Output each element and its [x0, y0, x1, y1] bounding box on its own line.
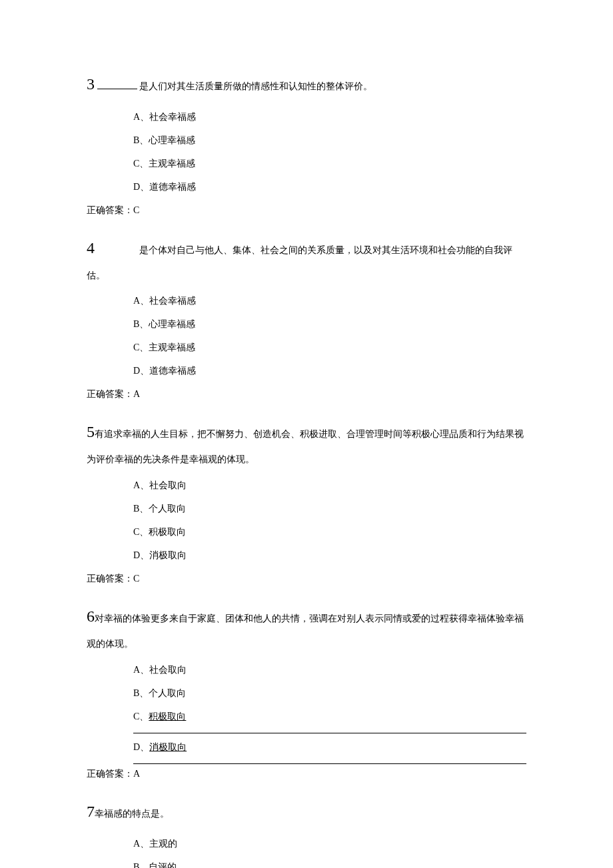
question-number: 4 [87, 239, 95, 256]
option-c: C、积极取向 [133, 709, 526, 723]
stem-text: 是个体对自己与他人、集体、社会之间的关系质量，以及对其生活环境和社会功能的自我评… [87, 245, 512, 280]
divider-line [133, 733, 526, 733]
question-stem: 5有追求幸福的人生目标，把不懈努力、创造机会、积极进取、合理管理时间等积极心理品… [87, 414, 526, 470]
question-number: 7 [87, 803, 95, 820]
options-list: A、主观的 B、自评的 C、他评的 [87, 837, 526, 868]
question-4: 4 是个体对自己与他人、集体、社会之间的关系质量，以及对其生活环境和社会功能的自… [87, 230, 526, 402]
correct-answer: 正确答案：C [87, 572, 526, 586]
option-b: B、心理幸福感 [133, 317, 526, 331]
correct-answer: 正确答案：A [87, 767, 526, 781]
question-6: 6对幸福的体验更多来自于家庭、团体和他人的共情，强调在对别人表示同情或爱的过程获… [87, 599, 526, 781]
option-a: A、主观的 [133, 837, 526, 851]
option-d: D、道德幸福感 [133, 180, 526, 194]
question-number: 5 [87, 423, 95, 440]
option-a: A、社会幸福感 [133, 110, 526, 124]
question-number: 3 [87, 75, 95, 93]
question-number: 6 [87, 608, 95, 625]
option-c: C、主观幸福感 [133, 340, 526, 354]
option-d: D、道德幸福感 [133, 364, 526, 378]
question-stem: 3 是人们对其生活质量所做的情感性和认知性的整体评价。 [87, 67, 526, 102]
correct-answer: 正确答案：A [87, 387, 526, 401]
question-stem: 6对幸福的体验更多来自于家庭、团体和他人的共情，强调在对别人表示同情或爱的过程获… [87, 599, 526, 655]
option-c: C、积极取向 [133, 525, 526, 539]
correct-answer: 正确答案：C [87, 203, 526, 217]
option-a: A、社会取向 [133, 663, 526, 677]
question-stem: 4 是个体对自己与他人、集体、社会之间的关系质量，以及对其生活环境和社会功能的自… [87, 230, 526, 286]
option-b: B、个人取向 [133, 502, 526, 516]
option-d: D、消极取向 [133, 548, 526, 562]
question-3: 3 是人们对其生活质量所做的情感性和认知性的整体评价。 A、社会幸福感 B、心理… [87, 67, 526, 217]
options-list: A、社会取向 B、个人取向 C、积极取向 D、消极取向 [87, 663, 526, 764]
option-d: D、消极取向 [133, 740, 526, 754]
options-list: A、社会取向 B、个人取向 C、积极取向 D、消极取向 [87, 478, 526, 562]
question-stem: 7幸福感的特点是。 [87, 794, 526, 829]
stem-text: 幸福感的特点是。 [95, 809, 169, 819]
stem-text: 是人们对其生活质量所做的情感性和认知性的整体评价。 [139, 81, 372, 91]
stem-text: 对幸福的体验更多来自于家庭、团体和他人的共情，强调在对别人表示同情或爱的过程获得… [87, 614, 524, 649]
option-b: B、个人取向 [133, 686, 526, 700]
options-list: A、社会幸福感 B、心理幸福感 C、主观幸福感 D、道德幸福感 [87, 294, 526, 378]
question-5: 5有追求幸福的人生目标，把不懈努力、创造机会、积极进取、合理管理时间等积极心理品… [87, 414, 526, 586]
options-list: A、社会幸福感 B、心理幸福感 C、主观幸福感 D、道德幸福感 [87, 110, 526, 194]
option-c: C、主观幸福感 [133, 157, 526, 171]
question-7: 7幸福感的特点是。 A、主观的 B、自评的 C、他评的 [87, 794, 526, 868]
stem-text: 有追求幸福的人生目标，把不懈努力、创造机会、积极进取、合理管理时间等积极心理品质… [87, 429, 524, 464]
fill-blank [97, 79, 137, 89]
option-a: A、社会幸福感 [133, 294, 526, 308]
option-b: B、自评的 [133, 860, 526, 868]
option-a: A、社会取向 [133, 478, 526, 492]
divider-line [133, 763, 526, 764]
option-b: B、心理幸福感 [133, 133, 526, 147]
